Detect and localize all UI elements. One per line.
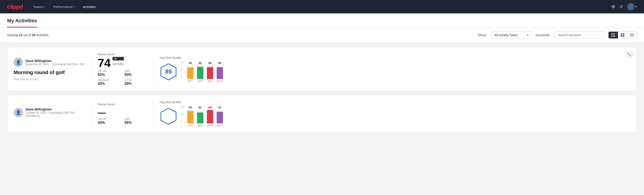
svg-rect-7 bbox=[630, 34, 634, 34]
user-info: 👤 Dave Billingham December 05, 2021 - Go… bbox=[14, 58, 85, 67]
bar-label-arg-2: ARG bbox=[207, 124, 213, 127]
card-left: 👤 Dave Billingham December 05, 2021 - Go… bbox=[14, 58, 85, 81]
activity-date-2: October 16, 2021 - Gog Magog Golf Club -… bbox=[26, 111, 85, 117]
svg-rect-3 bbox=[621, 33, 622, 35]
quality-label: Avg Shot Quality bbox=[160, 56, 181, 59]
teams-chevron-icon: ▾ bbox=[44, 5, 45, 8]
grid-view-icon bbox=[621, 33, 624, 37]
card-stats-2: Round Score — FW Hit 43% GIR 56% bbox=[98, 103, 147, 125]
list-view-button[interactable] bbox=[608, 32, 618, 38]
bar-app: 90 bbox=[197, 62, 203, 79]
page-header: My Activities bbox=[0, 14, 644, 28]
filter-bar: Viewing 12 out of 29 Activities Show: Al… bbox=[0, 28, 644, 42]
nav-item-performance[interactable]: Performance ▾ bbox=[50, 3, 78, 10]
navbar: clippd Teams ▾ Performance ▾ Activities … bbox=[0, 0, 644, 14]
bar-label-putt-2: PUTT bbox=[217, 124, 223, 127]
bar-putt: 89 bbox=[217, 62, 223, 79]
activity-type-select-wrapper[interactable]: All Activity Types Rounds Practice ▾ bbox=[491, 31, 531, 39]
activity-card-2: 👤 Dave Billingham October 16, 2021 - Gog… bbox=[7, 95, 637, 132]
bar-label-arg: ARG bbox=[207, 80, 213, 82]
edit-button[interactable]: ✏️ bbox=[626, 51, 633, 58]
bar-label-ott-2: OTT bbox=[187, 124, 194, 127]
bar-label-app: APP bbox=[197, 80, 203, 82]
grid-view-button[interactable] bbox=[618, 32, 627, 38]
score-value: 74 bbox=[98, 57, 111, 69]
user-name-2: Dave Billingham bbox=[26, 107, 85, 111]
svg-marker-12 bbox=[161, 108, 176, 124]
compact-view-icon bbox=[630, 34, 634, 36]
stat-1putt: 1 Putt 28% bbox=[124, 78, 147, 86]
stat-gir-2: GIR 56% bbox=[124, 118, 147, 125]
bar-label-putt: PUTT bbox=[217, 80, 223, 82]
activity-title: Morning round of golf bbox=[14, 70, 85, 76]
round-score-label: Round Score bbox=[98, 53, 147, 56]
user-name: Dave Billingham bbox=[26, 59, 84, 63]
activity-count: Viewing 12 out of 29 Activities bbox=[7, 33, 474, 37]
svg-rect-4 bbox=[623, 33, 624, 35]
card-left-2: 👤 Dave Billingham October 16, 2021 - Gog… bbox=[14, 107, 85, 120]
svg-rect-5 bbox=[621, 35, 622, 37]
svg-rect-0 bbox=[611, 34, 615, 34]
bar-arg: 89 bbox=[207, 62, 213, 79]
stats-grid-2: FW Hit 43% GIR 56% bbox=[98, 118, 147, 125]
activities-list: ✏️ 👤 Dave Billingham December 05, 2021 -… bbox=[0, 42, 644, 137]
user-menu[interactable]: 👤 ▾ bbox=[627, 3, 637, 10]
keywords-label: Keywords: bbox=[536, 33, 550, 37]
user-avatar-2: 👤 bbox=[14, 108, 23, 117]
data-source: Data Source: Arccos bbox=[14, 78, 85, 81]
round-score-label-2: Round Score bbox=[98, 103, 147, 106]
bar-chart-2: 100 50 0 94 82 bbox=[181, 106, 223, 127]
quality-hexagon-2 bbox=[160, 107, 178, 125]
stats-grid: FW Hit 62% GIR 50% Up/Down 43% 1 Putt 28… bbox=[98, 70, 147, 86]
quality-score: 89 bbox=[165, 68, 172, 75]
svg-rect-1 bbox=[611, 35, 615, 35]
bar-ott: 85 bbox=[187, 62, 194, 79]
avatar: 👤 bbox=[627, 3, 635, 10]
svg-rect-2 bbox=[611, 36, 615, 36]
bar-putt-2: 87 bbox=[217, 106, 223, 124]
show-label: Show: bbox=[478, 33, 487, 37]
performance-chevron-icon: ▾ bbox=[74, 5, 75, 8]
bar-label-ott: OTT bbox=[187, 80, 194, 82]
stat-fw-hit: FW Hit 62% bbox=[98, 70, 120, 77]
list-view-icon bbox=[611, 34, 615, 36]
bar-label-app-2: APP bbox=[197, 124, 203, 127]
bar-chart: 100 50 0 85 90 bbox=[181, 61, 223, 82]
quality-label-2: Avg Shot Quality bbox=[160, 100, 181, 104]
activity-type-select[interactable]: All Activity Types Rounds Practice bbox=[491, 31, 531, 39]
bar-app-2: 82 bbox=[197, 106, 203, 124]
card-stats: Round Score 74 +4 18 Holes FW Hit 62% GI… bbox=[98, 53, 147, 86]
score-badge: +4 bbox=[112, 57, 124, 60]
stat-fw-hit-2: FW Hit 43% bbox=[98, 118, 120, 125]
svg-rect-9 bbox=[630, 35, 634, 36]
nav-item-activities[interactable]: Activities bbox=[80, 3, 99, 10]
nav-item-teams[interactable]: Teams ▾ bbox=[30, 3, 48, 10]
bar-ott-2: 94 bbox=[187, 106, 194, 124]
navbar-actions: ⊕ ↺ 👤 ▾ bbox=[611, 3, 637, 10]
page-title: My Activities bbox=[7, 14, 37, 28]
activity-date: December 05, 2021 - Gog Magog Golf Club … bbox=[26, 63, 84, 66]
svg-rect-6 bbox=[623, 35, 624, 37]
card-divider-4 bbox=[153, 100, 153, 127]
view-toggles bbox=[608, 32, 637, 38]
add-button[interactable]: ⊕ bbox=[611, 4, 615, 10]
user-info-2: 👤 Dave Billingham October 16, 2021 - Gog… bbox=[14, 107, 85, 117]
refresh-button[interactable]: ↺ bbox=[619, 4, 623, 9]
logo: clippd bbox=[7, 3, 23, 10]
keyword-search-input[interactable] bbox=[555, 31, 604, 39]
avg-shot-quality: Avg Shot Quality 89 100 50 0 bbox=[160, 56, 223, 82]
user-avatar: 👤 bbox=[14, 58, 23, 67]
stat-updown: Up/Down 43% bbox=[98, 78, 120, 86]
avg-shot-quality-2: Avg Shot Quality 100 50 0 bbox=[160, 100, 223, 127]
quality-hexagon: 89 bbox=[160, 63, 178, 81]
card-divider bbox=[91, 53, 92, 86]
compact-view-button[interactable] bbox=[627, 32, 637, 38]
activity-card: ✏️ 👤 Dave Billingham December 05, 2021 -… bbox=[7, 47, 637, 91]
score-value-2: — bbox=[98, 107, 106, 117]
nav-items: Teams ▾ Performance ▾ Activities bbox=[30, 3, 604, 10]
svg-rect-8 bbox=[630, 34, 634, 35]
bar-arg-2: 106 bbox=[207, 106, 213, 124]
svg-rect-10 bbox=[630, 36, 634, 36]
card-divider-3 bbox=[91, 100, 92, 127]
score-holes: 18 Holes bbox=[112, 62, 124, 66]
